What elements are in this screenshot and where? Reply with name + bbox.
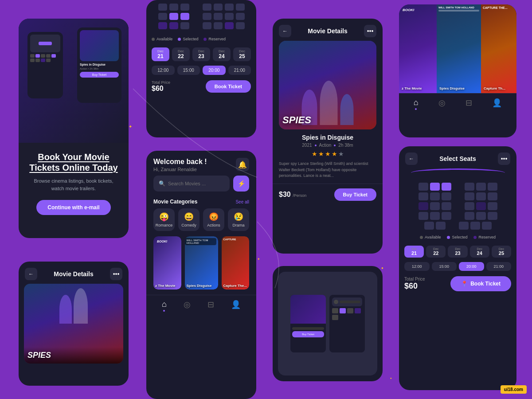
date-chip-lg-24[interactable]: Dec24: [470, 246, 489, 258]
time-chip-1500[interactable]: 15:00: [177, 66, 200, 75]
see-all-link[interactable]: See all: [235, 200, 249, 204]
buy-ticket-button[interactable]: Buy Ticket: [334, 188, 376, 201]
time-chip-lg-2000[interactable]: 20:00: [459, 262, 484, 271]
date-chip-lg-22[interactable]: Dec22: [426, 246, 446, 258]
seat[interactable]: [214, 22, 223, 29]
cta-button[interactable]: Continue with e-mail: [36, 200, 111, 215]
seat-lg[interactable]: [488, 212, 497, 220]
more-button[interactable]: •••: [364, 25, 376, 37]
seat-lg[interactable]: [482, 222, 492, 230]
category-actions[interactable]: 😡 Actions: [203, 208, 224, 231]
nav-profile[interactable]: 👤: [231, 300, 241, 312]
seat-lg[interactable]: [430, 202, 440, 210]
seat-lg[interactable]: [442, 202, 451, 210]
seat[interactable]: [158, 13, 167, 20]
seat-lg[interactable]: [419, 192, 428, 200]
movie-genre: Action: [319, 143, 332, 148]
nav-home[interactable]: ⌂: [162, 300, 167, 312]
category-romance[interactable]: 😜 Romance: [153, 208, 175, 231]
list-nav-home[interactable]: ⌂: [414, 98, 419, 110]
star-1: ★: [312, 150, 317, 157]
seat[interactable]: [203, 13, 211, 20]
seat-selected[interactable]: [180, 13, 189, 20]
seat-lg[interactable]: [488, 192, 497, 200]
seat-lg[interactable]: [488, 183, 497, 191]
seat[interactable]: [203, 22, 211, 29]
month: Dec: [429, 247, 443, 250]
seat-lg[interactable]: [419, 212, 428, 220]
seat-lg-selected[interactable]: [430, 183, 440, 191]
seat[interactable]: [158, 4, 167, 11]
small-more-button[interactable]: •••: [110, 268, 122, 280]
category-comedy[interactable]: 😄 Comedy: [178, 208, 200, 231]
seat-lg[interactable]: [470, 222, 480, 230]
seat-lg[interactable]: [465, 212, 474, 220]
seat-lg[interactable]: [459, 222, 469, 230]
list-movie-1[interactable]: BOOKI z The Movie: [399, 4, 437, 93]
list-movie-3[interactable]: CAPTURE THE... Capture Th...: [481, 4, 516, 93]
seat[interactable]: [180, 22, 189, 29]
seat[interactable]: [203, 4, 211, 11]
list-nav-book[interactable]: ⊟: [466, 98, 472, 110]
seat-lg[interactable]: [476, 183, 486, 191]
seat[interactable]: [180, 4, 189, 11]
seat-lg[interactable]: [465, 183, 474, 191]
seat-lg[interactable]: [430, 192, 440, 200]
seat-lg[interactable]: [465, 202, 474, 210]
seat-lg-more-button[interactable]: •••: [498, 153, 510, 165]
seat-lg[interactable]: [436, 222, 446, 230]
time-chip-lg-1200[interactable]: 12:00: [404, 262, 430, 271]
seat-lg[interactable]: [488, 202, 497, 210]
seat-lg[interactable]: [430, 212, 440, 220]
back-button[interactable]: ←: [279, 25, 291, 37]
seat-row-lg-5: [404, 222, 511, 230]
movie-thumb-3[interactable]: CAPTURE Capture The...: [222, 236, 250, 289]
time-chip-2000[interactable]: 20:00: [203, 66, 226, 75]
seat[interactable]: [225, 4, 234, 11]
filter-button[interactable]: ⚡: [233, 176, 249, 192]
nav-search[interactable]: ◎: [184, 300, 191, 312]
time-chip-lg-2100[interactable]: 21:00: [486, 262, 512, 271]
seat-lg[interactable]: [476, 192, 486, 200]
date-chip-lg-21[interactable]: Dec21: [404, 246, 424, 258]
seat-lg[interactable]: [424, 222, 434, 230]
time-chip-1200[interactable]: 12:00: [152, 66, 175, 75]
time-chip-2100[interactable]: 21:00: [228, 66, 251, 75]
seat-lg-back-button[interactable]: ←: [405, 153, 418, 165]
movie-thumb-1[interactable]: BOOKI z The Movie: [153, 236, 181, 289]
small-back-button[interactable]: ←: [25, 268, 37, 280]
date-chip-24[interactable]: Dec24: [213, 47, 231, 61]
seat[interactable]: [236, 22, 245, 29]
book-ticket-button[interactable]: Book Ticket: [206, 80, 251, 93]
seat-lg-selected[interactable]: [442, 183, 451, 191]
list-movie-2[interactable]: WILL SMITH TOM HOLLAND Spies Disguise: [437, 4, 481, 93]
book-ticket-lg-button[interactable]: 📍 Book Ticket: [450, 276, 511, 291]
seat[interactable]: [214, 4, 223, 11]
seat[interactable]: [236, 13, 245, 20]
movie-thumb-2[interactable]: WILL SMITH TOM HOLLAND Spies Disguise: [185, 236, 218, 289]
date-chip-22[interactable]: Dec22: [172, 47, 190, 61]
search-input[interactable]: [168, 181, 224, 186]
notification-icon[interactable]: 🔔: [236, 158, 249, 171]
seat-lg[interactable]: [419, 183, 428, 191]
seat-lg[interactable]: [465, 192, 474, 200]
seat-lg[interactable]: [442, 192, 451, 200]
seat-selected[interactable]: [169, 13, 178, 20]
list-nav-profile[interactable]: 👤: [492, 98, 502, 110]
seat[interactable]: [225, 13, 234, 20]
nav-bookmark[interactable]: ⊟: [207, 300, 214, 312]
seat[interactable]: [236, 4, 245, 11]
date-chip-23[interactable]: Dec23: [192, 47, 210, 61]
seat-lg[interactable]: [476, 212, 486, 220]
list-nav-compass[interactable]: ◎: [438, 98, 446, 110]
seat-lg[interactable]: [442, 212, 451, 220]
date-chip-25[interactable]: Dec25: [233, 47, 251, 61]
date-chip-lg-23[interactable]: Dec23: [448, 246, 467, 258]
date-chip-lg-25[interactable]: Dec25: [492, 246, 511, 258]
time-chip-lg-1500[interactable]: 15:00: [432, 262, 457, 271]
date-chip-21[interactable]: Dec21: [152, 47, 169, 61]
legend-dot-selected: [447, 236, 450, 239]
seat[interactable]: [214, 13, 223, 20]
seat[interactable]: [169, 4, 178, 11]
category-drama[interactable]: 😢 Drama: [228, 208, 249, 231]
